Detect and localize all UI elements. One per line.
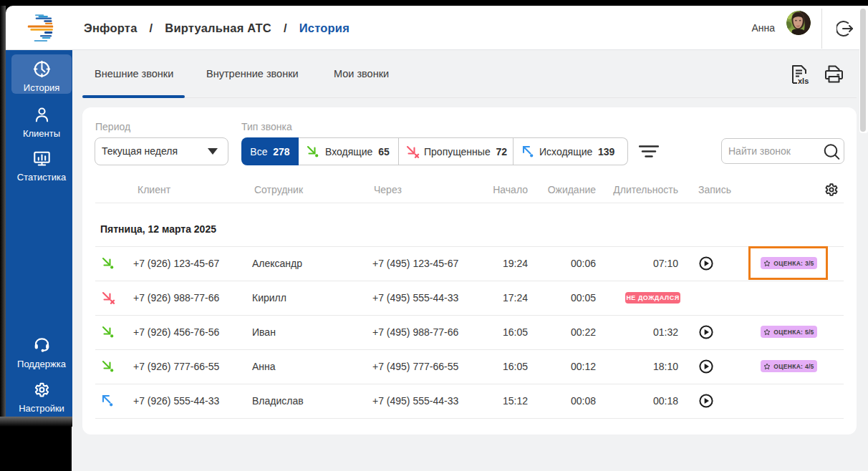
svg-text:xls: xls [798, 77, 809, 85]
